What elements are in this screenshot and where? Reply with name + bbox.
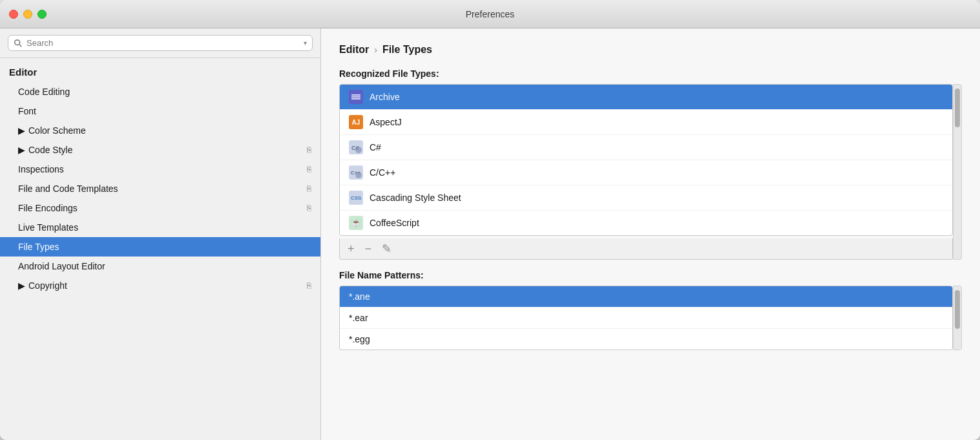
file-type-aspectj-label: AspectJ: [370, 117, 402, 127]
pattern-item-egg[interactable]: *.egg: [340, 329, 952, 350]
archive-svg: [351, 92, 361, 102]
file-types-list: Archive AJ AspectJ C#: [339, 84, 953, 236]
breadcrumb-separator: ›: [374, 45, 377, 55]
aspectj-icon: AJ: [349, 115, 363, 129]
cpp-svg: C++: [349, 166, 362, 179]
svg-text:☕: ☕: [351, 218, 361, 227]
pattern-ane-label: *.ane: [349, 291, 370, 302]
sidebar-item-live-templates[interactable]: Live Templates: [0, 218, 320, 237]
chevron-right-icon: ▶: [18, 147, 25, 153]
search-bar: ▾: [0, 28, 320, 58]
svg-line-1: [19, 44, 22, 47]
sidebar-item-file-code-templates-label: File and Code Templates: [18, 183, 118, 194]
patterns-list-wrapper: *.ane *.ear *.egg: [339, 286, 962, 350]
sidebar-item-inspections-label: Inspections: [18, 164, 64, 174]
breadcrumb-parent: Editor: [339, 44, 369, 56]
file-type-item-aspectj[interactable]: AJ AspectJ: [340, 110, 952, 135]
search-dropdown-icon[interactable]: ▾: [304, 39, 307, 47]
pattern-egg-label: *.egg: [349, 334, 370, 344]
coffee-icon: ☕: [349, 216, 363, 230]
traffic-lights: [9, 10, 47, 19]
search-input[interactable]: [26, 38, 300, 48]
maximize-button[interactable]: [37, 10, 47, 19]
file-type-csharp-label: C#: [370, 142, 381, 152]
close-button[interactable]: [9, 10, 18, 19]
search-wrapper: ▾: [8, 35, 313, 51]
sidebar-item-inspections[interactable]: Inspections ⎘: [0, 160, 320, 179]
sidebar-item-code-style[interactable]: ▶ Code Style ⎘: [0, 140, 320, 160]
chevron-right-icon: ▶: [18, 282, 25, 289]
file-type-item-css[interactable]: CSS Cascading Style Sheet: [340, 185, 952, 211]
copy-icon: ⎘: [307, 281, 311, 290]
recognized-file-types-label: Recognized File Types:: [339, 68, 962, 79]
preferences-window: Preferences ▾ Editor: [0, 0, 980, 440]
copy-icon: ⎘: [307, 204, 311, 213]
file-type-coffeescript-label: CoffeeScript: [370, 218, 419, 228]
file-type-item-archive[interactable]: Archive: [340, 85, 952, 110]
sidebar-item-file-encodings[interactable]: File Encodings ⎘: [0, 198, 320, 218]
sidebar-item-code-editing-label: Code Editing: [18, 87, 70, 97]
sidebar-item-file-encodings-label: File Encodings: [18, 203, 78, 213]
sidebar-item-font-label: Font: [18, 106, 36, 116]
add-file-type-button[interactable]: +: [345, 242, 357, 256]
main-panel: Editor › File Types Recognized File Type…: [321, 28, 980, 440]
sidebar-item-font[interactable]: Font: [0, 101, 320, 121]
search-icon: [14, 39, 23, 48]
patterns-scrollbar-thumb: [955, 290, 960, 329]
sidebar-item-file-types[interactable]: File Types: [0, 237, 320, 257]
sidebar-item-code-editing[interactable]: Code Editing: [0, 82, 320, 101]
coffee-svg: ☕: [349, 216, 362, 229]
file-types-toolbar: + − ✎: [339, 238, 953, 260]
patterns-list: *.ane *.ear *.egg: [339, 286, 953, 350]
sidebar-item-android-layout-editor-label: Android Layout Editor: [18, 261, 105, 271]
sidebar-item-editor-label: Editor: [9, 67, 37, 78]
copy-icon: ⎘: [307, 165, 311, 174]
sidebar: ▾ Editor Code Editing Font ▶: [0, 28, 321, 440]
scrollbar-thumb: [955, 89, 960, 127]
copy-icon: ⎘: [307, 184, 311, 193]
cpp-icon: C++: [349, 165, 363, 180]
css-svg: CSS: [349, 191, 362, 204]
file-type-item-coffeescript[interactable]: ☕ CoffeeScript: [340, 211, 952, 235]
sidebar-item-copyright[interactable]: ▶ Copyright ⎘: [0, 276, 320, 295]
file-type-css-label: Cascading Style Sheet: [370, 193, 461, 203]
patterns-scrollbar[interactable]: [953, 286, 962, 350]
sidebar-item-color-scheme[interactable]: ▶ Color Scheme: [0, 121, 320, 140]
patterns-section: File Name Patterns: *.ane *.ear *.egg: [339, 270, 962, 350]
csharp-svg: C#: [349, 141, 362, 154]
pattern-item-ear[interactable]: *.ear: [340, 308, 952, 329]
csharp-icon: C#: [349, 140, 363, 154]
minimize-button[interactable]: [23, 10, 32, 19]
file-types-section: Archive AJ AspectJ C#: [339, 84, 962, 260]
pattern-ear-label: *.ear: [349, 313, 368, 323]
breadcrumb: Editor › File Types: [339, 44, 962, 56]
file-types-scrollbar[interactable]: [953, 84, 962, 260]
titlebar: Preferences: [0, 0, 980, 28]
file-types-scroll: Archive AJ AspectJ C#: [339, 84, 953, 260]
sidebar-item-file-types-label: File Types: [18, 242, 59, 252]
copy-icon: ⎘: [307, 145, 311, 154]
sidebar-item-file-code-templates[interactable]: File and Code Templates ⎘: [0, 179, 320, 198]
sidebar-item-copyright-label: Copyright: [28, 280, 67, 291]
file-type-item-csharp[interactable]: C# C#: [340, 135, 952, 160]
file-type-item-cpp[interactable]: C++ C/C++: [340, 160, 952, 185]
svg-point-11: [355, 172, 362, 178]
window-title: Preferences: [466, 9, 514, 19]
archive-icon: [349, 90, 363, 104]
patterns-scroll: *.ane *.ear *.egg: [339, 286, 953, 350]
patterns-label: File Name Patterns:: [339, 270, 962, 280]
sidebar-item-android-layout-editor[interactable]: Android Layout Editor: [0, 257, 320, 276]
edit-file-type-button[interactable]: ✎: [379, 242, 394, 256]
svg-point-8: [355, 147, 362, 153]
sidebar-item-color-scheme-label: Color Scheme: [28, 125, 86, 136]
main-content: ▾ Editor Code Editing Font ▶: [0, 28, 980, 440]
file-type-cpp-label: C/C++: [370, 167, 395, 178]
pattern-item-ane[interactable]: *.ane: [340, 286, 952, 308]
sidebar-item-editor[interactable]: Editor: [0, 62, 320, 82]
remove-file-type-button[interactable]: −: [362, 242, 375, 256]
breadcrumb-current: File Types: [382, 44, 432, 56]
svg-point-0: [15, 39, 20, 45]
css-icon: CSS: [349, 191, 363, 205]
sidebar-navigation: Editor Code Editing Font ▶ Color Scheme: [0, 58, 320, 440]
chevron-right-icon: ▶: [18, 127, 25, 134]
